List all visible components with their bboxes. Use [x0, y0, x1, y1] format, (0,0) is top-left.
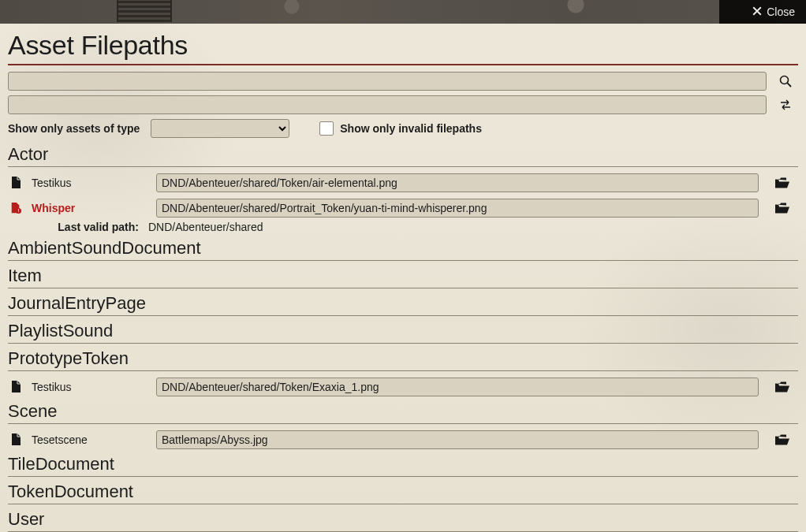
replace-row: [8, 95, 798, 114]
close-icon: [752, 6, 762, 18]
asset-name[interactable]: Whisper: [32, 202, 148, 214]
last-valid-label: Last valid path:: [8, 221, 148, 233]
close-label: Close: [767, 6, 795, 18]
map-stairs-decoration: [117, 0, 172, 22]
folder-open-icon[interactable]: [767, 434, 798, 446]
close-button[interactable]: Close: [719, 0, 806, 24]
last-valid-path-row: Last valid path: DND/Abenteuer/shared: [8, 221, 798, 233]
section-ambient-sound: AmbientSoundDocument: [8, 238, 798, 261]
filter-type-label: Show only assets of type: [8, 122, 140, 135]
svg-point-0: [781, 76, 789, 84]
asset-path-input[interactable]: [156, 430, 759, 449]
section-user: User: [8, 509, 798, 532]
filter-row: Show only assets of type Show only inval…: [8, 119, 798, 138]
folder-open-icon[interactable]: [767, 177, 798, 189]
section-scene: Scene: [8, 401, 798, 424]
invalid-only-toggle[interactable]: Show only invalid filepaths: [319, 121, 482, 136]
search-row: [8, 72, 798, 91]
page-title: Asset Filepaths: [8, 30, 798, 61]
asset-path-input[interactable]: [156, 173, 759, 192]
folder-open-icon[interactable]: [767, 203, 798, 214]
asset-path-input[interactable]: [156, 199, 759, 218]
title-divider: [8, 64, 798, 65]
swap-icon[interactable]: [773, 99, 798, 111]
asset-row-actor-whisper: Whisper: [8, 199, 798, 218]
asset-row-prototype-testikus: Testikus: [8, 378, 798, 396]
file-warning-icon: [8, 202, 24, 214]
folder-open-icon[interactable]: [767, 381, 798, 393]
asset-name[interactable]: Tesetscene: [32, 433, 148, 446]
type-select[interactable]: [151, 119, 289, 138]
search-icon[interactable]: [773, 75, 798, 87]
asset-name[interactable]: Testikus: [32, 381, 148, 393]
section-prototype-token: PrototypeToken: [8, 348, 798, 371]
asset-row-scene-tesetscene: Tesetscene: [8, 430, 798, 449]
game-map-background: [0, 0, 806, 24]
search-input[interactable]: [8, 72, 767, 91]
checkbox-icon: [319, 121, 334, 136]
section-item: Item: [8, 266, 798, 288]
replace-input[interactable]: [8, 95, 767, 114]
file-icon: [8, 381, 24, 393]
section-playlist: PlaylistSound: [8, 321, 798, 344]
last-valid-value: DND/Abenteuer/shared: [148, 221, 798, 233]
file-icon: [8, 177, 24, 189]
asset-filepaths-panel: Asset Filepaths Show only assets of type…: [0, 24, 806, 532]
asset-row-actor-testikus: Testikus: [8, 173, 798, 192]
section-token-document: TokenDocument: [8, 482, 798, 504]
section-actor: Actor: [8, 144, 798, 167]
asset-name[interactable]: Testikus: [32, 177, 148, 189]
svg-line-1: [787, 83, 791, 87]
section-journal: JournalEntryPage: [8, 293, 798, 316]
section-tile-document: TileDocument: [8, 454, 798, 477]
invalid-only-label: Show only invalid filepaths: [340, 122, 482, 135]
asset-path-input[interactable]: [156, 378, 759, 396]
file-icon: [8, 433, 24, 446]
